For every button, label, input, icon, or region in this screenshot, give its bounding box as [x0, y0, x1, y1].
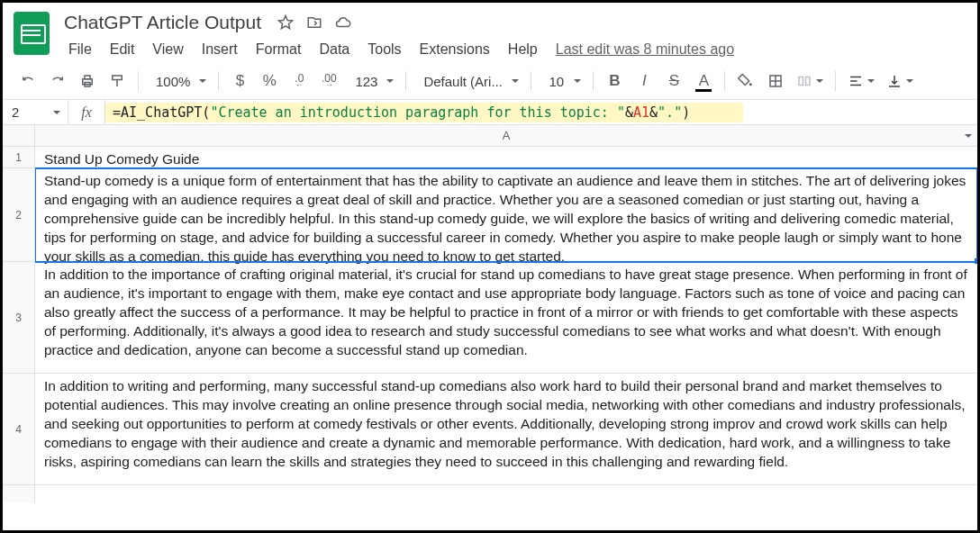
menu-format[interactable]: Format	[248, 38, 310, 61]
menu-tools[interactable]: Tools	[359, 38, 409, 61]
row-header[interactable]: 3	[3, 262, 34, 374]
menu-view[interactable]: View	[144, 38, 191, 61]
last-edit-link[interactable]: Last edit was 8 minutes ago	[548, 38, 742, 61]
menubar: File Edit View Insert Format Data Tools …	[60, 38, 966, 61]
header: ChatGPT Article Output File Edit View In…	[3, 3, 977, 61]
chevron-down-icon	[816, 79, 823, 83]
separator	[138, 71, 139, 91]
cloud-icon[interactable]	[335, 14, 351, 31]
borders-button[interactable]	[763, 68, 788, 94]
formula-bar: 2 fx =AI_ChatGPT("Create an introduction…	[3, 100, 977, 125]
separator	[405, 71, 406, 91]
svg-point-4	[749, 83, 752, 86]
zoom-dropdown[interactable]: 100%	[147, 68, 210, 94]
redo-button[interactable]	[45, 68, 70, 94]
toolbar: 100% $ % .0← .00→ 123 Default (Ari... 10…	[3, 61, 977, 100]
currency-button[interactable]: $	[227, 68, 252, 94]
font-size-dropdown[interactable]: 10	[540, 68, 585, 94]
cell-selected[interactable]: Stand-up comedy is a unique form of ente…	[35, 168, 977, 262]
star-icon[interactable]	[277, 14, 294, 31]
row-header[interactable]: 4	[3, 374, 34, 485]
cell[interactable]: In addition to writing and performing, m…	[35, 374, 977, 485]
horizontal-align-button[interactable]	[844, 68, 878, 94]
chevron-down-icon	[53, 111, 60, 114]
menu-help[interactable]: Help	[500, 38, 546, 61]
formula-input[interactable]: =AI_ChatGPT("Create an introduction para…	[105, 103, 743, 122]
menu-file[interactable]: File	[60, 38, 100, 61]
chevron-down-icon	[386, 79, 394, 83]
move-icon[interactable]	[306, 14, 322, 31]
svg-rect-1	[85, 76, 90, 79]
row-header[interactable]: 2	[3, 168, 34, 262]
menu-edit[interactable]: Edit	[102, 38, 143, 61]
merge-cells-button[interactable]	[793, 68, 827, 94]
separator	[835, 71, 836, 91]
column-header[interactable]: A	[35, 125, 977, 147]
chevron-down-icon	[965, 134, 972, 138]
chevron-down-icon	[867, 79, 875, 83]
chevron-down-icon	[512, 79, 519, 83]
menu-insert[interactable]: Insert	[194, 38, 246, 61]
separator	[218, 71, 219, 91]
row-header[interactable]: 1	[3, 147, 34, 168]
undo-button[interactable]	[15, 68, 41, 94]
decrease-decimal-button[interactable]: .0←	[286, 68, 312, 94]
document-title[interactable]: ChatGPT Article Output	[60, 10, 265, 35]
print-button[interactable]	[75, 68, 100, 94]
svg-rect-8	[799, 77, 803, 86]
italic-button[interactable]: I	[631, 68, 657, 94]
number-format-dropdown[interactable]: 123	[346, 68, 397, 94]
separator	[593, 71, 594, 91]
fx-icon: fx	[68, 104, 104, 121]
cell[interactable]: In addition to the importance of craftin…	[35, 262, 977, 374]
sheets-logo-icon	[14, 12, 50, 55]
select-all-corner[interactable]	[3, 125, 34, 147]
chevron-down-icon	[574, 79, 581, 83]
menu-data[interactable]: Data	[311, 38, 358, 61]
svg-rect-9	[806, 77, 811, 86]
spreadsheet-grid: 1 2 3 4 A Stand Up Comedy Guide Stand-up…	[3, 125, 977, 502]
name-box[interactable]: 2	[3, 104, 68, 120]
percent-button[interactable]: %	[257, 68, 282, 94]
separator	[531, 71, 531, 91]
chevron-down-icon	[199, 79, 206, 83]
paint-format-button[interactable]	[104, 68, 130, 94]
increase-decimal-button[interactable]: .00→	[316, 68, 341, 94]
cell[interactable]: Stand Up Comedy Guide	[35, 147, 977, 168]
chevron-down-icon	[906, 79, 913, 83]
vertical-align-button[interactable]	[883, 68, 917, 94]
separator	[724, 71, 725, 91]
bold-button[interactable]: B	[602, 68, 627, 94]
font-dropdown[interactable]: Default (Ari...	[414, 68, 522, 94]
menu-extensions[interactable]: Extensions	[412, 38, 498, 61]
text-color-button[interactable]: A	[691, 68, 716, 94]
svg-rect-3	[113, 76, 122, 80]
strikethrough-button[interactable]: S	[661, 68, 686, 94]
fill-color-button[interactable]	[733, 68, 758, 94]
